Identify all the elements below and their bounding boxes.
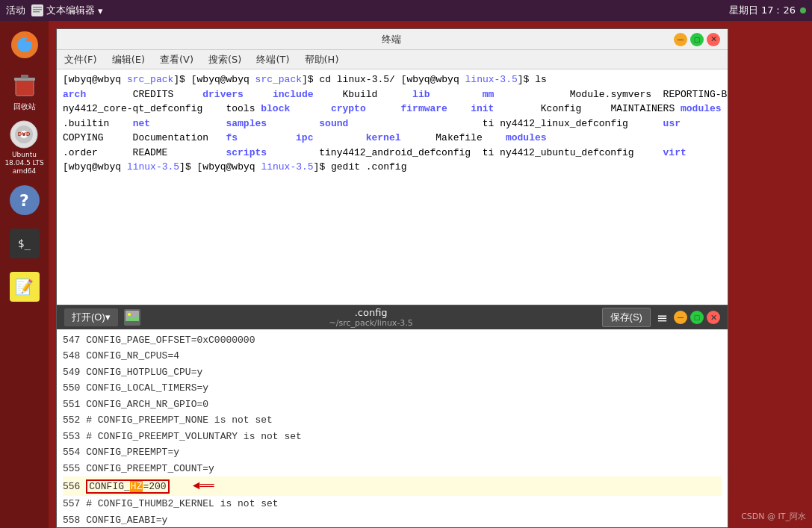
terminal-line-ls-4: block crypto firmware init Kconfig MAINT… <box>261 103 721 114</box>
activities-button[interactable]: 活动 <box>6 4 25 17</box>
terminal-line-ls-9: ny4412_ubuntu_defconfig virt <box>500 147 687 158</box>
menu-edit[interactable]: 编辑(E) <box>109 52 148 68</box>
terminal-maximize-button[interactable]: □ <box>690 33 704 46</box>
editor-open-button[interactable]: 打开(O)▾ <box>64 308 118 326</box>
sidebar-item-trash[interactable]: 回收站 <box>10 70 40 112</box>
menu-terminal[interactable]: 终端(T) <box>253 52 292 68</box>
editor-right-tools: 保存(S) ≡ ─ □ ✕ <box>602 308 720 327</box>
terminal-minimize-button[interactable]: ─ <box>674 33 687 46</box>
editor-window: 打开(O)▾ .config ~/src_pack/linux-3.5 保存(S… <box>56 305 728 528</box>
svg-text:DVD: DVD <box>18 131 31 137</box>
terminal-line-ls-1: arch CREDITS drivers include Kbuild lib … <box>63 89 494 100</box>
editor-line-556: 556 CONFIG_HZ=200 ◄══ <box>63 476 722 496</box>
terminal-line-ls-7: COPYING Documentation fs ipc kernel Make… <box>63 132 547 143</box>
editor-title-center: .config ~/src_pack/linux-3.5 <box>140 307 602 328</box>
svg-rect-0 <box>31 4 43 16</box>
editor-line-551: 551 CONFIG_ARCH_NR_GPIO=0 <box>63 397 722 412</box>
editor-close-button[interactable]: ✕ <box>707 311 720 324</box>
terminal-line-ls-2: Module.symvers REPORTING-BUGS security t… <box>500 89 728 100</box>
svg-rect-8 <box>21 75 28 78</box>
editor-line-550: 550 CONFIG_LOCAL_TIMERS=y <box>63 380 722 396</box>
watermark: CSDN @ IT_阿水 <box>741 511 806 522</box>
arrow-annotation: ◄══ <box>193 479 214 493</box>
editor-line-548: 548 CONFIG_NR_CPUS=4 <box>63 348 722 364</box>
terminal-icon-text: $_ <box>18 237 31 249</box>
editor-line-547: 547 CONFIG_PAGE_OFFSET=0xC0000000 <box>63 332 722 348</box>
hz-box-highlight: CONFIG_HZ=200 <box>86 479 169 494</box>
top-bar-left: 活动 文本编辑器 ▾ <box>6 4 103 17</box>
sidebar-item-help[interactable]: ? <box>7 182 43 218</box>
editor-maximize-button[interactable]: □ <box>690 311 704 324</box>
trash-label: 回收站 <box>13 102 36 112</box>
svg-rect-2 <box>33 9 42 10</box>
terminal-title-bar: 终端 ─ □ ✕ <box>57 29 728 50</box>
editor-line-554: 554 CONFIG_PREEMPT=y <box>63 444 722 460</box>
terminal-line-prompt-1: [wbyq@wbyq linux-3.5]$ <box>63 161 191 173</box>
terminal-line-1: [wbyq@wbyq src_pack]$ <box>63 74 185 85</box>
editor-save-button[interactable]: 保存(S) <box>602 308 651 327</box>
sidebar-item-dvd[interactable]: DVD Ubuntu 18.04.5 LTS amd64 <box>4 119 43 175</box>
terminal-window-controls: ─ □ ✕ <box>674 33 720 46</box>
terminal-window: 终端 ─ □ ✕ 文件(F) 编辑(E) 查看(V) 搜索(S) 终端(T) 帮… <box>56 28 728 312</box>
editor-image-icon <box>124 309 140 326</box>
firefox-icon <box>9 29 40 60</box>
sidebar-item-terminal[interactable]: $_ <box>7 226 43 261</box>
editor-line-555: 555 CONFIG_PREEMPT_COUNT=y <box>63 461 722 476</box>
top-bar-right: 星期日 17：26 <box>729 4 806 17</box>
editor-line-558: 558 CONFIG_AEABI=y <box>63 512 722 527</box>
svg-rect-6 <box>16 79 34 96</box>
menu-view[interactable]: 查看(V) <box>157 52 196 68</box>
editor-filename: .config <box>140 307 602 318</box>
editor-filepath: ~/src_pack/linux-3.5 <box>140 318 602 328</box>
notes-icon: 📝 <box>10 272 40 302</box>
terminal-content-area[interactable]: [wbyq@wbyq src_pack]$ [wbyq@wbyq src_pac… <box>57 69 728 311</box>
terminal-menu-bar: 文件(F) 编辑(E) 查看(V) 搜索(S) 终端(T) 帮助(H) <box>57 50 728 69</box>
status-dot <box>800 7 806 13</box>
hz-highlight: HZ <box>130 481 143 492</box>
app-name: 文本编辑器 <box>46 4 95 17</box>
terminal-line-ls-6: ny4412_linux_defconfig usr <box>500 118 681 129</box>
menu-help[interactable]: 帮助(H) <box>302 52 342 68</box>
editor-line-557: 557 # CONFIG_THUMB2_KERNEL is not set <box>63 496 722 512</box>
terminal-line-ls-5: .builtin net samples sound ti <box>63 118 494 129</box>
dvd-label: Ubuntu 18.04.5 LTS amd64 <box>4 151 43 175</box>
editor-title-bar: 打开(O)▾ .config ~/src_pack/linux-3.5 保存(S… <box>57 305 728 329</box>
notes-icon-symbol: 📝 <box>15 278 34 296</box>
help-icon: ? <box>10 185 40 215</box>
sidebar-item-notes[interactable]: 📝 <box>7 269 43 305</box>
app-menu[interactable]: 文本编辑器 ▾ <box>31 4 103 17</box>
datetime-display: 星期日 17：26 <box>729 4 796 17</box>
terminal-line-ls-3: ny4412_core-qt_defconfig tools <box>63 103 255 114</box>
editor-content-area[interactable]: 547 CONFIG_PAGE_OFFSET=0xC0000000 548 CO… <box>57 329 728 527</box>
terminal-line-3: [wbyq@wbyq linux-3.5]$ ls <box>401 74 547 85</box>
terminal-line-ls-8: .order README scripts tiny4412_android_d… <box>63 147 494 158</box>
app-arrow: ▾ <box>98 5 103 16</box>
sidebar-item-firefox[interactable] <box>7 27 43 63</box>
svg-rect-3 <box>33 11 40 13</box>
editor-minimize-button[interactable]: ─ <box>674 311 687 324</box>
editor-line-549: 549 CONFIG_HOTPLUG_CPU=y <box>63 364 722 380</box>
trash-icon <box>10 70 40 100</box>
top-bar: 活动 文本编辑器 ▾ 星期日 17：26 <box>0 0 812 21</box>
terminal-title: 终端 <box>109 33 674 46</box>
menu-search[interactable]: 搜索(S) <box>205 52 244 68</box>
editor-line-552: 552 # CONFIG_PREEMPT_NONE is not set <box>63 412 722 428</box>
svg-point-16 <box>128 313 131 316</box>
editor-line-553: 553 # CONFIG_PREEMPT_VOLUNTARY is not se… <box>63 429 722 444</box>
left-sidebar: 回收站 DVD Ubuntu 18.04.5 LTS amd64 ? $_ 📝 <box>0 21 49 528</box>
terminal-close-button[interactable]: ✕ <box>707 33 720 46</box>
dvd-icon: DVD <box>9 119 39 149</box>
terminal-icon: $_ <box>10 229 40 258</box>
editor-window-buttons: ─ □ ✕ <box>674 311 720 324</box>
terminal-line-cmd: [wbyq@wbyq linux-3.5]$ gedit .config <box>197 161 407 173</box>
terminal-line-2: [wbyq@wbyq src_pack]$ cd linux-3.5/ <box>191 74 395 85</box>
editor-menu-icon[interactable]: ≡ <box>657 310 668 326</box>
svg-rect-1 <box>33 7 42 8</box>
app-icon <box>31 4 43 16</box>
menu-file[interactable]: 文件(F) <box>61 52 100 68</box>
editor-left-tools: 打开(O)▾ <box>64 308 140 326</box>
